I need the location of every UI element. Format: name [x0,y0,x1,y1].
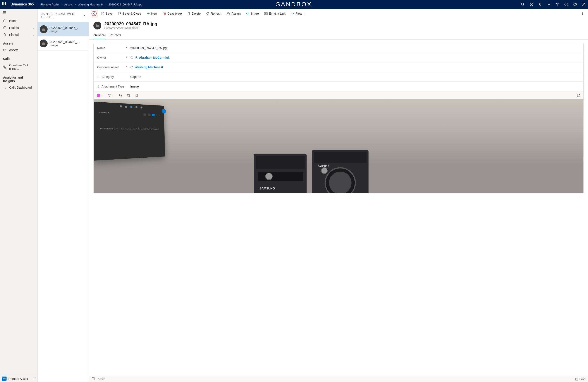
washing-machines-photo: SAMSUNG SAMSUNG [118,146,510,193]
svg-text:SAMSUNG: SAMSUNG [259,187,275,190]
save-close-button[interactable]: Save & Close [115,9,144,18]
chevron-down-icon: ⌄ [304,12,306,15]
record-thumbnail [93,21,101,29]
breadcrumb-item[interactable]: 20200929_094547_RA.jpg [108,3,142,6]
plus-icon[interactable] [547,2,551,6]
nav-pinned[interactable]: Pinned ⌄ [0,31,37,38]
back-button[interactable] [91,10,97,17]
share-icon [246,12,249,15]
nav-calls-dashboard[interactable]: Calls Dashboard [0,84,37,91]
image-editor-toolbar: ⌄ ⌄ [94,91,583,99]
nav-group-header: Calls [0,53,37,62]
field-attachment-type: Attachment Type Image [94,82,583,91]
svg-rect-30 [136,95,138,96]
owner-link[interactable]: Abraham McCormick [139,56,169,59]
field-label: Name [97,46,126,50]
nav-group-header: Assets [0,38,37,46]
svg-rect-12 [42,29,45,31]
email-link-button[interactable]: Email a Link [261,9,288,18]
lock-icon [97,76,100,78]
undo-tool[interactable] [119,94,122,97]
nav-footer[interactable]: RA Remote Assist ⇵ [0,375,37,382]
list-thumbnail [40,25,48,33]
nav-one-time-call[interactable]: One-time Call (Previ... [0,62,37,72]
plus-icon [147,12,150,15]
ink-tool[interactable]: ⌄ [108,94,114,97]
asset-link[interactable]: Washing Machine 6 [135,65,163,69]
save-status-button[interactable]: Save [575,378,585,381]
filter-icon[interactable] [556,2,560,6]
field-category: Category Capture [94,72,583,82]
cube-icon [3,48,7,52]
search-icon[interactable] [521,2,525,6]
save-label: Save [580,378,585,381]
app-badge: RA [2,377,7,381]
delete-button[interactable]: Delete [185,9,203,18]
list-item-subtitle: Image [50,29,80,33]
tab-related[interactable]: Related [109,33,121,39]
list-item[interactable]: 20200929_094609_... Image [38,37,89,51]
svg-point-35 [266,173,273,180]
deactivate-button[interactable]: Deactivate [160,9,185,18]
field-label: Owner [97,56,126,59]
brand-chevron-icon[interactable]: ⌄ [36,3,38,6]
person-icon [135,56,138,59]
nav-group-header: Analytics and Insights [0,72,37,84]
field-label: Customer Asset [97,65,126,69]
status-icon[interactable] [92,377,95,381]
refresh-button[interactable]: Refresh [203,9,224,18]
more-commands-button[interactable]: ⋮ [578,12,587,15]
main-pane: Save Save & Close New Deactivate Delete … [89,9,588,382]
settings-icon[interactable] [565,2,568,6]
brand-label: Dynamics 365 [10,2,34,6]
svg-point-27 [136,56,137,57]
app-launcher-icon[interactable] [2,2,7,7]
top-actions [521,2,586,6]
cube-icon [130,66,133,69]
svg-point-40 [329,171,352,193]
user-icon[interactable] [582,2,586,6]
nav-recent[interactable]: Recent ⌄ [0,24,37,31]
fullscreen-tool[interactable] [577,94,580,97]
list-thumbnail [40,40,48,47]
breadcrumb-item[interactable]: Assets [64,3,73,6]
nav-home[interactable]: Home [0,17,37,24]
hololens-tab-label: ← Hvac 1 ✎ [98,111,110,114]
clock-icon [130,56,133,59]
svg-point-2 [530,3,533,6]
share-button[interactable]: Share [243,9,261,18]
nav-item-label: Calls Dashboard [9,86,32,89]
field-value: Capture [130,75,580,79]
assign-button[interactable]: Assign [224,9,243,18]
breadcrumb-item[interactable]: Washing Machine 6 [78,3,103,6]
hamburger-icon[interactable] [0,9,37,17]
list-item[interactable]: 20200929_094547_... Image [38,22,89,37]
updown-icon[interactable]: ⇵ [33,377,36,380]
rotate-tool[interactable] [135,94,139,97]
task-icon[interactable] [529,2,533,6]
close-icon[interactable]: ✕ [83,14,86,17]
svg-rect-29 [98,86,99,87]
tab-general[interactable]: General [93,33,106,39]
flow-button[interactable]: Flow ⌄ [288,9,308,18]
breadcrumb-item[interactable]: Remote Assist [41,3,59,6]
nav-assets[interactable]: Assets [0,46,37,53]
lightbulb-icon[interactable] [538,2,542,6]
help-icon[interactable] [573,2,577,6]
svg-line-1 [523,5,524,6]
chevron-down-icon: ⌄ [32,26,34,29]
svg-point-5 [566,4,567,5]
crop-tool[interactable] [127,94,130,97]
field-customer-asset[interactable]: Customer Asset * Washing Machine 6 [94,63,583,72]
new-button[interactable]: New [144,9,160,18]
field-owner[interactable]: Owner * Abraham McCormick [94,53,583,63]
lock-icon [97,85,100,88]
required-indicator: * [126,65,127,69]
cmd-label: Share [251,12,259,15]
svg-rect-13 [43,28,43,29]
form-area: Name * 20200929_094547_RA.jpg Owner * Ab… [89,40,588,376]
color-picker-tool[interactable]: ⌄ [97,94,103,97]
field-name[interactable]: Name * 20200929_094547_RA.jpg [94,43,583,53]
list-title: CAPTURED CUSTOMER ASSET ... [41,12,83,19]
save-button[interactable]: Save [98,9,115,18]
